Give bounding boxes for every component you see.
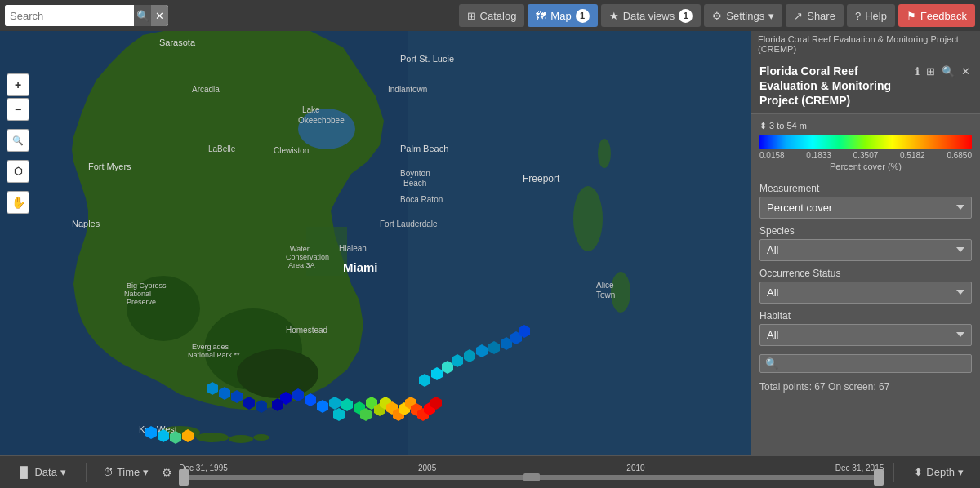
species-select[interactable]: All xyxy=(760,239,972,261)
svg-text:Arcadia: Arcadia xyxy=(192,85,220,94)
svg-text:Miami: Miami xyxy=(343,260,378,274)
occurrence-field-group: Occurrence Status All xyxy=(751,263,980,305)
colorbar-val-0: 0.0158 xyxy=(760,151,785,160)
panel-zoom-button[interactable]: 🔍 xyxy=(940,64,956,79)
svg-text:Port St. Lucie: Port St. Lucie xyxy=(400,54,454,64)
legend-area: ⬍ 3 to 54 m 0.0158 0.1833 0.3507 0.5182 … xyxy=(751,114,980,178)
map-container[interactable]: Sarasota Arcadia Port St. Lucie Indianto… xyxy=(0,31,751,455)
filter-search-input[interactable] xyxy=(782,357,966,370)
right-panel: ◀ Florida Coral Reef Evaluation & Monito… xyxy=(751,31,980,455)
data-button[interactable]: ▐▌ Data ▾ xyxy=(10,463,73,481)
panel-close-button[interactable]: ✕ xyxy=(960,64,972,79)
svg-text:Palm Beach: Palm Beach xyxy=(400,144,448,153)
catalog-label: Catalog xyxy=(480,10,517,22)
colorbar-val-1: 0.1833 xyxy=(806,151,831,160)
depth-icon: ⬍ xyxy=(760,121,767,131)
svg-point-11 xyxy=(229,435,253,443)
panel-title: Florida Coral Reef Evaluation & Monitori… xyxy=(760,64,909,109)
map-button[interactable]: 🗺 Map 1 xyxy=(528,4,597,27)
svg-text:Naples: Naples xyxy=(72,219,100,228)
svg-text:Fort Myers: Fort Myers xyxy=(88,162,131,171)
clock-icon: ⏱ xyxy=(103,466,114,478)
time-button[interactable]: ⏱ Time ▾ xyxy=(96,463,155,481)
share-button[interactable]: ↗ Share xyxy=(786,4,844,27)
timeline-center-handle[interactable] xyxy=(523,473,540,481)
species-label: Species xyxy=(760,225,972,237)
bottom-bar: ▐▌ Data ▾ ⏱ Time ▾ ⚙ Dec 31, 1995 2005 2… xyxy=(0,455,980,488)
svg-point-4 xyxy=(298,109,355,149)
svg-text:Fort Lauderdale: Fort Lauderdale xyxy=(380,220,438,228)
zoom-out-button[interactable]: − xyxy=(7,98,29,121)
date-mid: 2005 xyxy=(418,464,436,472)
search-button[interactable]: 🔍 xyxy=(134,5,151,26)
time-chevron: ▾ xyxy=(143,466,149,478)
panel-layers-button[interactable]: ⊞ xyxy=(924,64,937,79)
svg-text:Water: Water xyxy=(290,245,310,253)
panel-title-area: Florida Coral Reef Evaluation & Monitori… xyxy=(751,57,980,114)
panel-info-button[interactable]: ℹ xyxy=(914,64,921,79)
depth-button[interactable]: ⬍ Depth ▾ xyxy=(907,463,970,481)
clear-search-button[interactable]: ✕ xyxy=(151,5,168,26)
bottom-divider-1 xyxy=(86,463,87,482)
svg-point-6 xyxy=(237,349,318,398)
search-box: 🔍 ✕ xyxy=(5,5,168,26)
zoom-extent-button[interactable]: 🔍 xyxy=(7,129,29,152)
panel-title-icons: ℹ ⊞ 🔍 ✕ xyxy=(914,64,972,79)
svg-text:Big Cypress: Big Cypress xyxy=(127,282,167,290)
timeline-settings-icon[interactable]: ⚙ xyxy=(162,466,172,479)
gear-icon: ⚙ xyxy=(712,10,722,22)
share-icon: ↗ xyxy=(794,10,803,22)
svg-point-13 xyxy=(573,186,603,251)
occurrence-select[interactable]: All xyxy=(760,282,972,304)
svg-text:Town: Town xyxy=(596,291,615,299)
depth-area: ⬍ Depth ▾ xyxy=(898,463,980,481)
svg-text:Indiantown: Indiantown xyxy=(388,85,427,94)
depth-label: Depth xyxy=(926,466,955,478)
top-navigation: 🔍 ✕ ⊞ Catalog 🗺 Map 1 ★ Data views 1 ⚙ S… xyxy=(0,0,980,31)
svg-text:Hialeah: Hialeah xyxy=(339,244,367,253)
svg-text:Boca Raton: Boca Raton xyxy=(400,195,443,204)
svg-text:Clewiston: Clewiston xyxy=(274,146,309,155)
timeline-area: ⏱ Time ▾ ⚙ Dec 31, 1995 2005 2010 Dec 31… xyxy=(90,460,890,485)
search-input[interactable] xyxy=(5,5,134,26)
colorbar-val-3: 0.5182 xyxy=(900,151,925,160)
catalog-button[interactable]: ⊞ Catalog xyxy=(459,4,525,27)
measurement-label: Measurement xyxy=(760,183,972,194)
pct-label: Percent cover (%) xyxy=(760,162,972,171)
bottom-divider-2 xyxy=(893,463,894,482)
habitat-label: Habitat xyxy=(760,310,972,322)
svg-text:Freeport: Freeport xyxy=(523,173,560,184)
settings-label: Settings xyxy=(726,10,764,22)
colorbar-val-4: 0.6850 xyxy=(947,151,972,160)
habitat-select[interactable]: All xyxy=(760,324,972,346)
svg-text:Everglades: Everglades xyxy=(192,343,229,351)
settings-chevron: ▾ xyxy=(768,10,774,22)
dataviews-button[interactable]: ★ Data views 1 xyxy=(601,4,702,27)
help-label: Help xyxy=(865,10,887,22)
time-label: Time xyxy=(117,466,140,478)
grid-icon: ⊞ xyxy=(467,10,476,22)
panel-header-small-text: Florida Coral Reef Evaluation & Monitori… xyxy=(758,34,973,54)
share-label: Share xyxy=(807,10,835,22)
timeline-right-handle[interactable] xyxy=(874,469,884,486)
svg-text:National: National xyxy=(124,290,151,298)
svg-point-12 xyxy=(253,434,270,441)
data-chevron: ▾ xyxy=(60,466,66,478)
feedback-label: Feedback xyxy=(920,10,967,22)
help-icon: ? xyxy=(855,10,861,22)
feedback-button[interactable]: ⚑ Feedback xyxy=(898,4,975,27)
map-label: Map xyxy=(550,10,571,22)
svg-text:Okeechobee: Okeechobee xyxy=(298,116,345,125)
filter-search-box: 🔍 xyxy=(760,354,972,373)
svg-text:Homestead: Homestead xyxy=(286,326,327,335)
help-button[interactable]: ? Help xyxy=(847,4,895,27)
zoom-in-button[interactable]: + xyxy=(7,73,29,96)
settings-button[interactable]: ⚙ Settings ▾ xyxy=(704,4,782,27)
pan-tool-button[interactable]: ✋ xyxy=(7,191,29,214)
timeline-left-handle[interactable] xyxy=(179,469,189,486)
dataviews-badge: 1 xyxy=(679,9,693,23)
draw-tool-button[interactable]: ⬡ xyxy=(7,160,29,183)
measurement-select[interactable]: Percent cover xyxy=(760,197,972,219)
measurement-field-group: Measurement Percent cover xyxy=(751,178,980,220)
flag-icon: ⚑ xyxy=(906,10,916,22)
